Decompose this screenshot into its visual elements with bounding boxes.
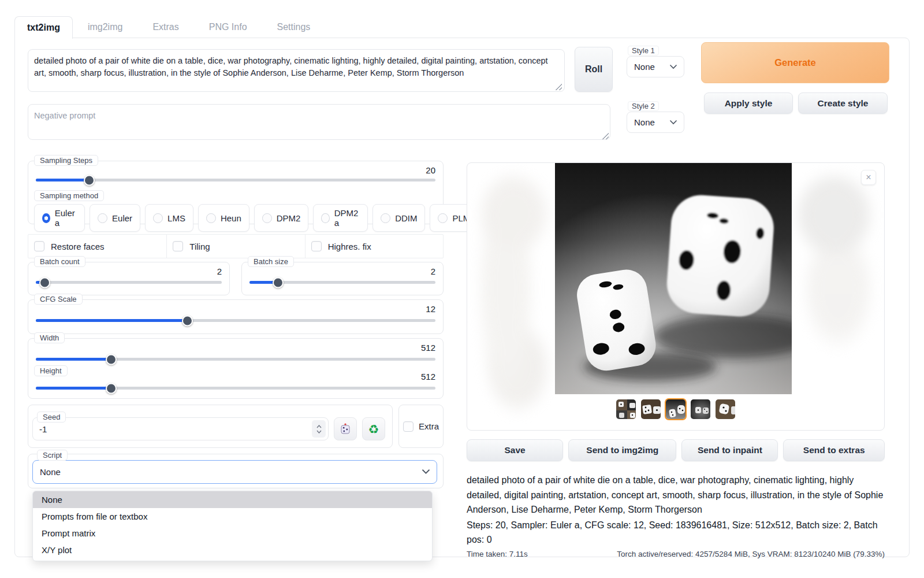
tab-settings[interactable]: Settings — [262, 16, 326, 38]
slider-thumb[interactable] — [106, 383, 117, 394]
radio-heun[interactable]: Heun — [198, 204, 249, 232]
tab-extras[interactable]: Extras — [137, 16, 193, 38]
save-button[interactable]: Save — [467, 439, 563, 461]
radio-dpm2-a[interactable]: DPM2 a — [313, 204, 368, 232]
sampling-block: Sampling Steps 20 Sampling method Euler … — [28, 161, 444, 224]
batch-size-block: Batch size 2 — [241, 262, 444, 295]
roll-button[interactable]: Roll — [575, 47, 613, 92]
dice-icon — [339, 423, 352, 435]
gallery-thumbnail-4[interactable] — [690, 398, 711, 420]
generation-info: detailed photo of a pair of white die on… — [467, 473, 885, 558]
cfg-scale-label: CFG Scale — [34, 294, 83, 305]
send-to-extras-button[interactable]: Send to extras — [783, 439, 885, 461]
random-seed-button[interactable] — [334, 417, 357, 440]
chevron-down-icon — [422, 469, 430, 475]
script-option-xy-plot[interactable]: X/Y plot — [33, 542, 432, 558]
gallery-thumbnail-5[interactable] — [714, 398, 736, 420]
radio-label: DDIM — [395, 213, 417, 223]
radio-icon — [381, 213, 390, 223]
radio-euler-a[interactable]: Euler a — [34, 204, 85, 232]
radio-label: DPM2 a — [334, 208, 360, 228]
sampling-method-radio-group: Euler a Euler LMS Heun DPM2 DPM2 a DDIM … — [34, 204, 437, 232]
chevron-down-icon — [670, 65, 677, 69]
thumbnail-strip — [467, 398, 884, 420]
batch-count-label: Batch count — [34, 256, 85, 267]
checkbox-icon — [34, 241, 44, 251]
seed-stepper[interactable] — [312, 420, 326, 438]
chevron-down-icon — [670, 120, 677, 125]
radio-icon — [206, 213, 216, 223]
radio-dpm2[interactable]: DPM2 — [254, 204, 309, 232]
script-option-none[interactable]: None — [33, 491, 432, 508]
width-value: 512 — [421, 343, 435, 353]
slider-thumb[interactable] — [84, 175, 95, 186]
vram-usage-text: Torch active/reserved: 4257/5284 MiB, Sy… — [617, 550, 885, 558]
radio-label: LMS — [167, 213, 185, 223]
slider-thumb[interactable] — [273, 277, 284, 288]
stepper-up-icon — [316, 425, 322, 428]
batch-count-slider[interactable] — [36, 281, 222, 284]
generated-image-dice[interactable] — [555, 163, 792, 394]
script-select[interactable]: None — [32, 460, 437, 484]
send-to-inpaint-button[interactable]: Send to inpaint — [681, 439, 778, 461]
prompt-input[interactable]: detailed photo of a pair of white die on… — [28, 49, 565, 92]
sampling-steps-label: Sampling Steps — [34, 155, 98, 166]
batch-count-value: 2 — [217, 266, 222, 276]
tab-txt2img[interactable]: txt2img — [14, 16, 73, 39]
recycle-icon: ♻ — [368, 423, 379, 435]
tiling-checkbox[interactable]: Tiling — [166, 235, 304, 258]
slider-thumb[interactable] — [39, 277, 50, 288]
seed-input[interactable] — [32, 417, 329, 440]
radio-icon — [42, 213, 50, 223]
create-style-button[interactable]: Create style — [798, 92, 888, 114]
reuse-seed-button[interactable]: ♻ — [362, 417, 385, 440]
gallery-thumbnail-1[interactable] — [615, 398, 637, 420]
height-label: Height — [34, 365, 68, 376]
seed-block: Seed ♻ — [28, 405, 393, 448]
height-slider[interactable] — [36, 387, 435, 390]
batch-row: Batch count 2 Batch size 2 — [28, 262, 444, 295]
style1-select[interactable]: None — [627, 56, 684, 77]
batch-size-slider[interactable] — [249, 281, 435, 284]
width-slider[interactable] — [36, 358, 435, 361]
cfg-scale-value: 12 — [426, 304, 435, 314]
send-to-img2img-button[interactable]: Send to img2img — [568, 439, 676, 461]
tab-img2img[interactable]: img2img — [73, 16, 137, 38]
checkbox-icon — [173, 241, 183, 251]
checkbox-icon — [403, 421, 413, 432]
dimensions-block: Width 512 Height 512 — [28, 338, 444, 399]
gallery-thumbnail-2[interactable] — [640, 398, 662, 420]
cfg-scale-slider[interactable] — [36, 319, 435, 322]
script-option-prompts-from-file[interactable]: Prompts from file or textbox — [33, 508, 432, 525]
tab-bar: txt2img img2img Extras PNG Info Settings — [14, 14, 325, 38]
highres-fix-checkbox[interactable]: Highres. fix — [305, 235, 443, 258]
radio-euler[interactable]: Euler — [90, 204, 140, 232]
negative-prompt-input[interactable] — [28, 104, 610, 140]
gallery-thumbnail-3-selected[interactable] — [665, 398, 687, 420]
restore-faces-checkbox[interactable]: Restore faces — [28, 235, 166, 258]
radio-label: Euler a — [55, 208, 77, 228]
extra-seed-checkbox[interactable]: Extra — [398, 405, 444, 448]
tab-png-info[interactable]: PNG Info — [194, 16, 262, 38]
radio-label: Euler — [112, 213, 132, 223]
sampling-method-label: Sampling method — [34, 190, 104, 201]
sampling-steps-slider[interactable] — [36, 179, 435, 181]
generate-button[interactable]: Generate — [701, 42, 889, 83]
radio-ddim[interactable]: DDIM — [372, 204, 425, 232]
close-gallery-button[interactable]: × — [861, 170, 876, 185]
slider-thumb[interactable] — [182, 315, 193, 326]
checkbox-icon — [311, 241, 322, 251]
script-label: Script — [37, 450, 68, 461]
gallery-panel: × — [467, 162, 885, 431]
gallery-actions: Save Send to img2img Send to inpaint Sen… — [467, 439, 885, 461]
script-value: None — [40, 467, 61, 477]
script-option-prompt-matrix[interactable]: Prompt matrix — [33, 525, 432, 542]
slider-thumb[interactable] — [106, 354, 117, 365]
radio-lms[interactable]: LMS — [145, 204, 193, 232]
sampling-steps-value: 20 — [426, 165, 435, 175]
style2-select[interactable]: None — [627, 112, 684, 133]
seed-row: Seed ♻ — [28, 405, 444, 448]
apply-style-button[interactable]: Apply style — [704, 92, 793, 114]
radio-icon — [262, 213, 272, 223]
highres-fix-label: Highres. fix — [328, 242, 371, 251]
